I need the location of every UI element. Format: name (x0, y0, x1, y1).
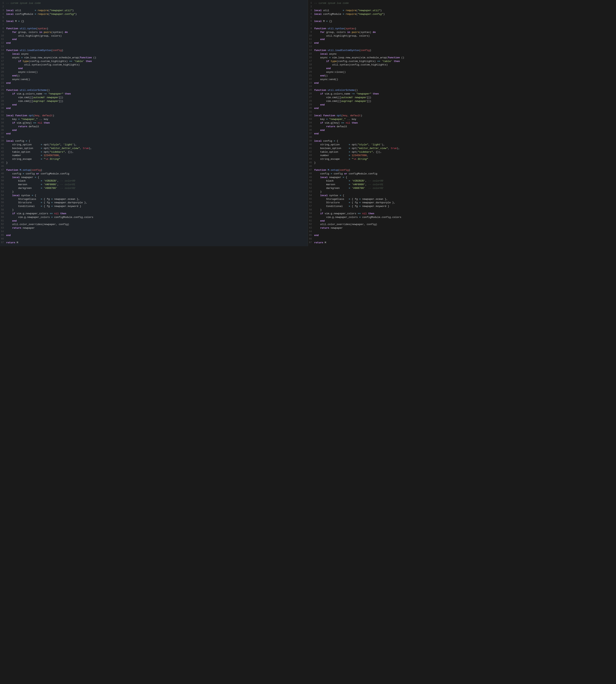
code-line: 27 vim.cmd([[autocmd! newpaper]]) (0, 96, 308, 100)
code-line: 7 (308, 23, 616, 27)
code-line: 30 end (308, 107, 616, 110)
code-line: 50 black = '#2B2B2B', -- color00 (0, 179, 308, 183)
code-line: 14 function util.loadCustomSyntax(config… (308, 49, 616, 52)
code-line: 46 (0, 165, 308, 169)
code-line: 54 local syntax = { (308, 194, 616, 198)
code-line: 2 (308, 5, 616, 9)
code-line: 48 config = config or configModule.confi… (308, 172, 616, 176)
code-line: 25 function util.onColorScheme() (308, 89, 616, 92)
code-line: 56 Structure = { fg = newpaper.darkpurpl… (0, 201, 308, 205)
code-line: 55 StorageClass = { fg = newpaper.ocean … (308, 198, 616, 201)
code-line: 30 end (0, 107, 308, 110)
code-line: 36 end (308, 129, 616, 132)
code-line: 8 function util.syntax(syntax) (0, 27, 308, 30)
code-line: 65 end (0, 234, 308, 237)
code-line: 3 local util = require("newpaper.util") (308, 9, 616, 13)
code-line: 20 async:close() (0, 70, 308, 74)
code-line: 33 key = "newpaper_" .. key (0, 118, 308, 121)
code-line: 49 local newpaper = { (0, 176, 308, 179)
code-line: 64 (0, 230, 308, 234)
code-line: 46 (308, 165, 616, 169)
left-panel: 1 -- Lorem ipsum lua code 2 3 local util… (0, 0, 308, 246)
code-line: 42 table_option = opt("sidebars", {}), (308, 150, 616, 154)
code-line: 23 end (0, 82, 308, 85)
code-line: 40 string_option = opt("style", 'light')… (0, 143, 308, 147)
code-line: 57 Conditional = { fg = newpaper.keyword… (0, 205, 308, 208)
code-line: 60 vim.g.newpaper_colors = configModule.… (0, 216, 308, 219)
code-line: 2 (0, 5, 308, 9)
code-line: 51 maroon = '#AF0000', -- color01 (0, 183, 308, 186)
code-line: 34 if vim.g[key] == nil then (0, 121, 308, 125)
code-line: 34 if vim.g[key] == nil then (308, 121, 616, 125)
code-line: 7 (0, 23, 308, 27)
code-line: 28 vim.cmd([[augroup! newpaper]]) (0, 100, 308, 103)
code-line: 49 local newpaper = { (308, 176, 616, 179)
code-line: 45 } (0, 161, 308, 165)
code-line: 50 black = '#2B2B2B', -- color00 (308, 179, 616, 183)
code-line: 1 -- Lorem ipsum lua code (308, 2, 616, 5)
code-line: 25 function util.onColorScheme() (0, 89, 308, 92)
code-line: 3 local util = require("newpaper.util") (0, 9, 308, 13)
code-line: 29 end (0, 103, 308, 107)
code-line: 42 table_option = opt("sidebars", {}), (0, 150, 308, 154)
code-line: 23 end (308, 82, 616, 85)
code-line: 40 string_option = opt("style", 'light')… (308, 143, 616, 147)
code-line: 16 async = vim.loop.new_async(vim.schedu… (308, 56, 616, 60)
code-line: 4 local configModule = require("newpaper… (0, 13, 308, 16)
code-line: 21 end)) (308, 74, 616, 78)
code-line: 43 number = 1234567890, (308, 154, 616, 157)
code-line: 13 (308, 45, 616, 49)
code-line: 16 async = vim.loop.new_async(vim.schedu… (0, 56, 308, 60)
code-line: 21 end)) (0, 74, 308, 78)
code-line: 6 local M = {} (308, 20, 616, 23)
code-line: 37 end (0, 132, 308, 136)
code-line: 5 (0, 16, 308, 20)
code-line: 12 end (308, 41, 616, 45)
code-line: 66 (308, 237, 616, 241)
code-line: 66 (0, 237, 308, 241)
code-line: 9 for group, colors in pairs(syntax) do (308, 30, 616, 34)
code-line: 18 util.syntax(config.custom_highlights) (0, 63, 308, 67)
code-line: 41 boolean_option = opt("editor_better_v… (308, 147, 616, 150)
code-line: 17 if type(config.custom_highlights) == … (308, 60, 616, 63)
code-line: 36 end (0, 129, 308, 132)
code-line: 62 util.color_overrides(newpaper, config… (308, 223, 616, 226)
code-line: 58 } (308, 208, 616, 212)
code-line: 13 (0, 45, 308, 49)
code-line: 63 return newpaper (308, 226, 616, 230)
code-line: 28 vim.cmd([[augroup! newpaper]]) (308, 100, 616, 103)
code-line: 26 if vim.g.colors_name ~= "newpaper" th… (308, 92, 616, 96)
code-line: 44 string_escape = "\n String" (0, 157, 308, 161)
code-line: 41 boolean_option = opt("editor_better_v… (0, 147, 308, 150)
code-line: 26 if vim.g.colors_name ~= "newpaper" th… (0, 92, 308, 96)
code-line: 11 end (0, 38, 308, 41)
code-line: 57 Conditional = { fg = newpaper.keyword… (308, 205, 616, 208)
code-line: 6 local M = {} (0, 20, 308, 23)
code-line: 54 local syntax = { (0, 194, 308, 198)
code-line: 45 } (308, 161, 616, 165)
code-line: 9 for group, colors in pairs(syntax) do (0, 30, 308, 34)
code-line: 18 util.syntax(config.custom_highlights) (308, 63, 616, 67)
code-line: 39 local config = { (308, 139, 616, 143)
code-line: 19 end (308, 67, 616, 70)
code-line: 27 vim.cmd([[autocmd! newpaper]]) (308, 96, 616, 100)
right-panel: 1 -- Lorem ipsum lua code 2 3 local util… (308, 0, 616, 246)
code-line: 10 util.highlight(group, colors) (308, 34, 616, 38)
code-line: 11 end (308, 38, 616, 41)
code-line: 32 local function opt(key, default) (308, 114, 616, 118)
code-line: 20 async:close() (308, 70, 616, 74)
code-line: 31 (308, 110, 616, 114)
code-line: 58 } (0, 208, 308, 212)
code-line: 29 end (308, 103, 616, 107)
code-line: 44 string_escape = "\n String" (308, 157, 616, 161)
code-line: 59 if vim.g.newpaper_colors == nil then (308, 212, 616, 216)
code-line: 22 async:send() (0, 78, 308, 82)
code-line: 55 StorageClass = { fg = newpaper.ocean … (0, 198, 308, 201)
code-line: 1 -- Lorem ipsum lua code (0, 2, 308, 5)
code-line: 43 number = 1234567890, (0, 154, 308, 157)
code-line: 62 util.color_overrides(newpaper, config… (0, 223, 308, 226)
code-line: 52 darkgreen = '#008700' -- color02 (0, 186, 308, 190)
code-line: 5 (308, 16, 616, 20)
code-line: 15 local async (308, 52, 616, 56)
code-line: 51 maroon = '#AF0000', -- color01 (308, 183, 616, 186)
